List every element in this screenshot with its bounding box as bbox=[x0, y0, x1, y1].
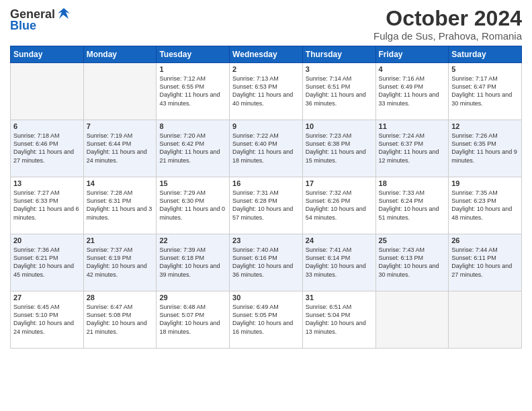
day-number: 30 bbox=[232, 293, 300, 302]
day-number: 21 bbox=[87, 236, 154, 244]
calendar-cell: 17Sunrise: 7:32 AMSunset: 6:26 PMDayligh… bbox=[302, 177, 375, 234]
calendar-week-row: 6Sunrise: 7:18 AMSunset: 6:46 PMDaylight… bbox=[11, 120, 522, 177]
cell-sun-info: Sunrise: 6:51 AMSunset: 5:04 PMDaylight:… bbox=[306, 303, 373, 336]
calendar-cell: 18Sunrise: 7:33 AMSunset: 6:24 PMDayligh… bbox=[375, 177, 449, 234]
day-of-week-header: Wednesday bbox=[230, 46, 303, 63]
cell-sun-info: Sunrise: 7:14 AMSunset: 6:51 PMDaylight:… bbox=[306, 75, 373, 107]
cell-sun-info: Sunrise: 7:41 AMSunset: 6:14 PMDaylight:… bbox=[306, 246, 373, 279]
logo-blue-text: Blue bbox=[10, 19, 36, 33]
cell-sun-info: Sunrise: 7:17 AMSunset: 6:47 PMDaylight:… bbox=[451, 75, 519, 107]
calendar-cell: 10Sunrise: 7:23 AMSunset: 6:38 PMDayligh… bbox=[302, 120, 375, 177]
cell-sun-info: Sunrise: 7:40 AMSunset: 6:16 PMDaylight:… bbox=[232, 246, 300, 279]
day-number: 11 bbox=[379, 122, 446, 130]
day-number: 23 bbox=[232, 236, 300, 244]
calendar-cell: 21Sunrise: 7:37 AMSunset: 6:19 PMDayligh… bbox=[83, 234, 157, 291]
day-number: 16 bbox=[232, 179, 300, 187]
calendar-cell bbox=[375, 291, 449, 349]
day-number: 14 bbox=[87, 179, 154, 187]
location: Fulga de Sus, Prahova, Romania bbox=[373, 30, 522, 42]
day-number: 2 bbox=[232, 65, 300, 73]
calendar-week-row: 20Sunrise: 7:36 AMSunset: 6:21 PMDayligh… bbox=[11, 234, 522, 291]
calendar-cell: 1Sunrise: 7:12 AMSunset: 6:55 PMDaylight… bbox=[157, 63, 230, 120]
calendar-cell: 31Sunrise: 6:51 AMSunset: 5:04 PMDayligh… bbox=[302, 291, 375, 349]
calendar-cell: 19Sunrise: 7:35 AMSunset: 6:23 PMDayligh… bbox=[449, 177, 522, 234]
day-number: 28 bbox=[87, 293, 154, 302]
day-of-week-header: Sunday bbox=[11, 46, 84, 63]
calendar-cell: 4Sunrise: 7:16 AMSunset: 6:49 PMDaylight… bbox=[375, 63, 449, 120]
cell-sun-info: Sunrise: 7:37 AMSunset: 6:19 PMDaylight:… bbox=[87, 246, 154, 279]
calendar-cell: 11Sunrise: 7:24 AMSunset: 6:37 PMDayligh… bbox=[375, 120, 449, 177]
cell-sun-info: Sunrise: 7:24 AMSunset: 6:37 PMDaylight:… bbox=[379, 132, 446, 165]
day-number: 3 bbox=[306, 65, 373, 73]
day-number: 24 bbox=[306, 236, 373, 244]
day-of-week-header: Monday bbox=[83, 46, 157, 63]
cell-sun-info: Sunrise: 7:43 AMSunset: 6:13 PMDaylight:… bbox=[379, 246, 446, 279]
day-of-week-header: Saturday bbox=[449, 46, 522, 63]
day-number: 10 bbox=[306, 122, 373, 130]
calendar-cell: 24Sunrise: 7:41 AMSunset: 6:14 PMDayligh… bbox=[302, 234, 375, 291]
cell-sun-info: Sunrise: 6:47 AMSunset: 5:08 PMDaylight:… bbox=[87, 303, 154, 336]
day-number: 27 bbox=[13, 293, 81, 302]
cell-sun-info: Sunrise: 7:22 AMSunset: 6:40 PMDaylight:… bbox=[232, 132, 300, 165]
day-number: 25 bbox=[379, 236, 446, 244]
calendar-cell: 29Sunrise: 6:48 AMSunset: 5:07 PMDayligh… bbox=[157, 291, 230, 349]
calendar-cell: 16Sunrise: 7:31 AMSunset: 6:28 PMDayligh… bbox=[230, 177, 303, 234]
day-number: 17 bbox=[306, 179, 373, 187]
day-number: 26 bbox=[451, 236, 519, 244]
cell-sun-info: Sunrise: 6:45 AMSunset: 5:10 PMDaylight:… bbox=[13, 303, 81, 336]
svg-marker-0 bbox=[58, 8, 70, 19]
day-number: 29 bbox=[159, 293, 226, 302]
cell-sun-info: Sunrise: 7:31 AMSunset: 6:28 PMDaylight:… bbox=[232, 189, 300, 222]
cell-sun-info: Sunrise: 7:33 AMSunset: 6:24 PMDaylight:… bbox=[379, 189, 446, 222]
cell-sun-info: Sunrise: 7:27 AMSunset: 6:33 PMDaylight:… bbox=[13, 189, 81, 222]
calendar-cell: 22Sunrise: 7:39 AMSunset: 6:18 PMDayligh… bbox=[157, 234, 230, 291]
page-header: General Blue October 2024 Fulga de Sus, … bbox=[10, 7, 522, 42]
calendar-cell: 5Sunrise: 7:17 AMSunset: 6:47 PMDaylight… bbox=[449, 63, 522, 120]
day-of-week-header: Thursday bbox=[302, 46, 375, 63]
calendar-cell: 26Sunrise: 7:44 AMSunset: 6:11 PMDayligh… bbox=[449, 234, 522, 291]
calendar-cell: 12Sunrise: 7:26 AMSunset: 6:35 PMDayligh… bbox=[449, 120, 522, 177]
cell-sun-info: Sunrise: 7:26 AMSunset: 6:35 PMDaylight:… bbox=[451, 132, 519, 165]
calendar-cell: 7Sunrise: 7:19 AMSunset: 6:44 PMDaylight… bbox=[83, 120, 157, 177]
day-number: 31 bbox=[306, 293, 373, 302]
calendar-cell: 25Sunrise: 7:43 AMSunset: 6:13 PMDayligh… bbox=[375, 234, 449, 291]
day-of-week-header: Tuesday bbox=[157, 46, 230, 63]
cell-sun-info: Sunrise: 7:36 AMSunset: 6:21 PMDaylight:… bbox=[13, 246, 81, 279]
day-number: 1 bbox=[159, 65, 226, 73]
cell-sun-info: Sunrise: 6:49 AMSunset: 5:05 PMDaylight:… bbox=[232, 303, 300, 336]
calendar-table: SundayMondayTuesdayWednesdayThursdayFrid… bbox=[10, 46, 522, 349]
day-of-week-header: Friday bbox=[375, 46, 449, 63]
cell-sun-info: Sunrise: 7:29 AMSunset: 6:30 PMDaylight:… bbox=[159, 189, 226, 222]
day-number: 12 bbox=[451, 122, 519, 130]
calendar-cell: 14Sunrise: 7:28 AMSunset: 6:31 PMDayligh… bbox=[83, 177, 157, 234]
cell-sun-info: Sunrise: 6:48 AMSunset: 5:07 PMDaylight:… bbox=[159, 303, 226, 336]
cell-sun-info: Sunrise: 7:28 AMSunset: 6:31 PMDaylight:… bbox=[87, 189, 154, 222]
day-number: 6 bbox=[13, 122, 81, 130]
calendar-header-row: SundayMondayTuesdayWednesdayThursdayFrid… bbox=[11, 46, 522, 63]
calendar-cell: 2Sunrise: 7:13 AMSunset: 6:53 PMDaylight… bbox=[230, 63, 303, 120]
calendar-cell: 9Sunrise: 7:22 AMSunset: 6:40 PMDaylight… bbox=[230, 120, 303, 177]
month-title: October 2024 bbox=[373, 7, 522, 30]
calendar-cell bbox=[449, 291, 522, 349]
cell-sun-info: Sunrise: 7:23 AMSunset: 6:38 PMDaylight:… bbox=[306, 132, 373, 165]
day-number: 5 bbox=[451, 65, 519, 73]
day-number: 9 bbox=[232, 122, 300, 130]
calendar-cell: 3Sunrise: 7:14 AMSunset: 6:51 PMDaylight… bbox=[302, 63, 375, 120]
cell-sun-info: Sunrise: 7:16 AMSunset: 6:49 PMDaylight:… bbox=[379, 75, 446, 107]
cell-sun-info: Sunrise: 7:39 AMSunset: 6:18 PMDaylight:… bbox=[159, 246, 226, 279]
cell-sun-info: Sunrise: 7:44 AMSunset: 6:11 PMDaylight:… bbox=[451, 246, 519, 279]
cell-sun-info: Sunrise: 7:19 AMSunset: 6:44 PMDaylight:… bbox=[87, 132, 154, 165]
day-number: 20 bbox=[13, 236, 81, 244]
calendar-week-row: 13Sunrise: 7:27 AMSunset: 6:33 PMDayligh… bbox=[11, 177, 522, 234]
day-number: 13 bbox=[13, 179, 81, 187]
day-number: 8 bbox=[159, 122, 226, 130]
cell-sun-info: Sunrise: 7:12 AMSunset: 6:55 PMDaylight:… bbox=[159, 75, 226, 107]
calendar-cell bbox=[11, 63, 84, 120]
calendar-cell: 13Sunrise: 7:27 AMSunset: 6:33 PMDayligh… bbox=[11, 177, 84, 234]
title-section: October 2024 Fulga de Sus, Prahova, Roma… bbox=[373, 7, 522, 42]
calendar-cell: 23Sunrise: 7:40 AMSunset: 6:16 PMDayligh… bbox=[230, 234, 303, 291]
day-number: 19 bbox=[451, 179, 519, 187]
calendar-cell: 20Sunrise: 7:36 AMSunset: 6:21 PMDayligh… bbox=[11, 234, 84, 291]
day-number: 4 bbox=[379, 65, 446, 73]
calendar-cell: 28Sunrise: 6:47 AMSunset: 5:08 PMDayligh… bbox=[83, 291, 157, 349]
